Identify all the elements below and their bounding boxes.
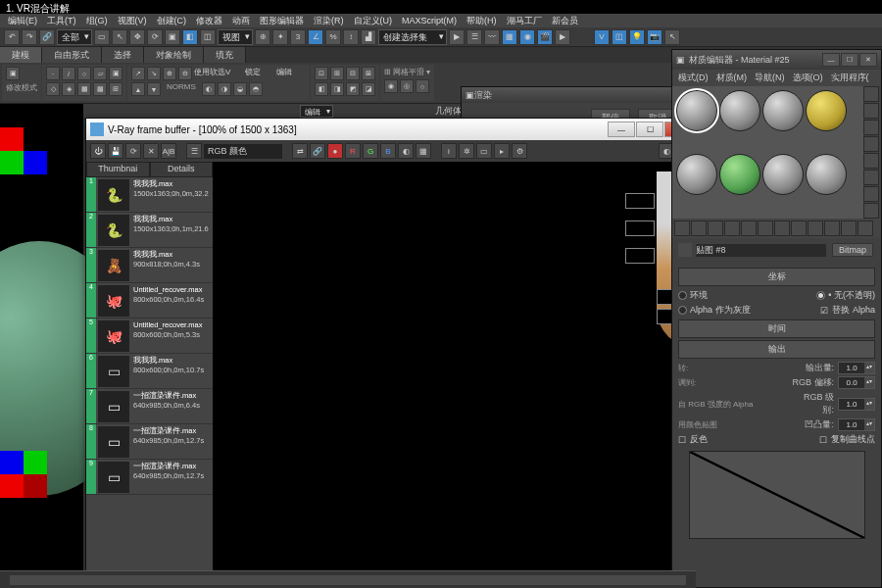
pick-icon[interactable]: ✲: [459, 143, 474, 159]
make-icon[interactable]: [863, 186, 879, 202]
menu-edit[interactable]: 编辑(E): [8, 15, 37, 27]
medit-min-button[interactable]: —: [822, 53, 840, 67]
history-row[interactable]: 8▭一招渲染课件.max640x985;0h,0m,12.7s: [86, 424, 213, 460]
swatch-blue2[interactable]: [0, 451, 24, 474]
reset-icon[interactable]: [724, 220, 740, 236]
bg-icon[interactable]: [863, 120, 879, 135]
medit-menu-util[interactable]: 实用程序(: [831, 72, 869, 84]
reload-icon[interactable]: ⟳: [125, 143, 141, 159]
vfb-icon[interactable]: ◫: [612, 29, 627, 45]
spinner[interactable]: 1.0▴▾: [838, 398, 875, 411]
undo-icon[interactable]: ↶: [4, 29, 20, 45]
radio-none[interactable]: • 无(不透明): [816, 289, 875, 302]
chk-invert[interactable]: 反色: [690, 433, 708, 446]
n2-icon[interactable]: ▼: [147, 82, 161, 96]
sm3-icon[interactable]: ○: [416, 79, 429, 93]
s1-icon[interactable]: ⊡: [315, 67, 328, 80]
medit-close-button[interactable]: ✕: [859, 53, 877, 67]
render-viewport[interactable]: [213, 162, 696, 587]
n3-icon[interactable]: ◐: [202, 82, 216, 96]
r5-icon[interactable]: ⊞: [109, 82, 122, 96]
put-lib-icon[interactable]: [774, 220, 790, 236]
e4-icon[interactable]: ⊖: [178, 67, 192, 80]
s7-icon[interactable]: ◩: [346, 82, 360, 96]
snap-icon[interactable]: ◧: [182, 29, 198, 45]
mat-type-button[interactable]: Bitmap: [832, 243, 873, 257]
spinner[interactable]: 1.0▴▾: [838, 418, 875, 431]
menu-custom[interactable]: 自定义(U): [354, 15, 393, 27]
history-row[interactable]: 4🐙Untitled_recover.max800x600;0h,0m,16.4…: [86, 283, 213, 318]
time-header[interactable]: 时间: [678, 319, 875, 338]
list-icon[interactable]: ☰: [186, 143, 202, 159]
s2-icon[interactable]: ⊞: [330, 67, 344, 80]
spinner[interactable]: 0.0▴▾: [838, 376, 875, 389]
swatch-red2[interactable]: [0, 474, 24, 498]
pick-icon[interactable]: [678, 243, 692, 257]
schematic-icon[interactable]: ▦: [502, 29, 517, 45]
scale-icon[interactable]: ▣: [165, 29, 180, 45]
sm2-icon[interactable]: ◎: [400, 79, 414, 93]
medit-titlebar[interactable]: ▣ 材质编辑器 - Material #25 —☐✕: [672, 50, 881, 70]
medit-menu-mat[interactable]: 材质(M): [716, 72, 748, 84]
vfb-titlebar[interactable]: V-Ray frame buffer - [100% of 1500 x 136…: [86, 119, 696, 140]
softsel-dd[interactable]: 使用软选V: [194, 67, 243, 79]
menu-anim[interactable]: 动画: [232, 15, 250, 27]
chk-curve[interactable]: 复制曲线点: [831, 433, 875, 446]
quickrender-icon[interactable]: ▶: [555, 29, 570, 45]
r-channel-icon[interactable]: R: [345, 143, 361, 159]
rprog-title[interactable]: ▣ 渲染: [462, 87, 685, 103]
n4-icon[interactable]: ◑: [218, 82, 231, 96]
s6-icon[interactable]: ◨: [330, 82, 344, 96]
get-mat-icon[interactable]: [674, 220, 690, 236]
assign-icon[interactable]: [708, 220, 723, 236]
show-end-icon[interactable]: [824, 220, 840, 236]
history-row[interactable]: 9▭一招渲染课件.max640x985;0h,0m,12.7s: [86, 460, 213, 495]
output-header[interactable]: 输出: [678, 340, 875, 359]
history-row[interactable]: 3🧸我我我.max900x818;0h,0m,4.3s: [86, 248, 213, 283]
window-icon[interactable]: ◫: [200, 29, 216, 45]
arrow-icon[interactable]: ↖: [112, 29, 127, 45]
channel-dropdown[interactable]: RGB 颜色: [204, 144, 282, 159]
sample-slot[interactable]: [676, 90, 717, 131]
menu-create[interactable]: 创建(C): [157, 15, 187, 27]
s8-icon[interactable]: ◪: [362, 82, 375, 96]
tab-modeling[interactable]: 建模: [0, 47, 42, 63]
border-icon[interactable]: ○: [77, 67, 91, 80]
move-icon[interactable]: ✥: [129, 29, 145, 45]
r2-icon[interactable]: ◈: [62, 82, 75, 96]
show-map-icon[interactable]: [808, 220, 823, 236]
e3-icon[interactable]: ⊕: [163, 67, 176, 80]
sample-type-icon[interactable]: [863, 86, 879, 102]
swatch-green[interactable]: [0, 151, 24, 174]
lock-dd[interactable]: 锁定: [245, 67, 274, 79]
menu-group[interactable]: 组(G): [86, 15, 108, 27]
axis-icon[interactable]: ✦: [272, 29, 288, 45]
medit-menu-mode[interactable]: 模式(D): [678, 72, 709, 84]
menu-render[interactable]: 渲染(R): [314, 15, 344, 27]
sample-slot[interactable]: [762, 154, 804, 195]
redo-icon[interactable]: ↷: [22, 29, 37, 45]
vert-icon[interactable]: ·: [46, 67, 60, 80]
history-row[interactable]: 6▭我我我.max800x600;0h,0m,10.7s: [86, 354, 213, 389]
swatch-red[interactable]: [0, 127, 24, 151]
link-icon[interactable]: 🔗: [39, 29, 55, 45]
swatch-green2[interactable]: [24, 451, 47, 474]
mono-icon[interactable]: ▦: [416, 143, 431, 159]
maximize-button[interactable]: ☐: [636, 122, 663, 137]
radio-alpha[interactable]: Alpha 作为灰度: [678, 304, 751, 317]
vray-icon[interactable]: V: [594, 29, 610, 45]
spinner[interactable]: 1.0▴▾: [838, 362, 875, 374]
cam-icon[interactable]: 📷: [647, 29, 662, 45]
align-icon[interactable]: ▶: [449, 29, 465, 45]
region-icon[interactable]: ▭: [476, 143, 492, 159]
n5-icon[interactable]: ◒: [233, 82, 247, 96]
medit-menu-opt[interactable]: 选项(O): [793, 72, 823, 84]
sm1-icon[interactable]: ◉: [384, 79, 398, 93]
chk-alpha[interactable]: 替换 Alpha: [832, 304, 875, 317]
sample-slot[interactable]: [806, 90, 847, 131]
history-row[interactable]: 1🐍我我我.max1500x1363;0h,0m,32.2: [86, 177, 213, 213]
go-parent-icon[interactable]: [841, 220, 857, 236]
r4-icon[interactable]: ▩: [93, 82, 107, 96]
matbrowse-icon[interactable]: ◉: [519, 29, 535, 45]
menu-graph[interactable]: 图形编辑器: [260, 15, 304, 27]
